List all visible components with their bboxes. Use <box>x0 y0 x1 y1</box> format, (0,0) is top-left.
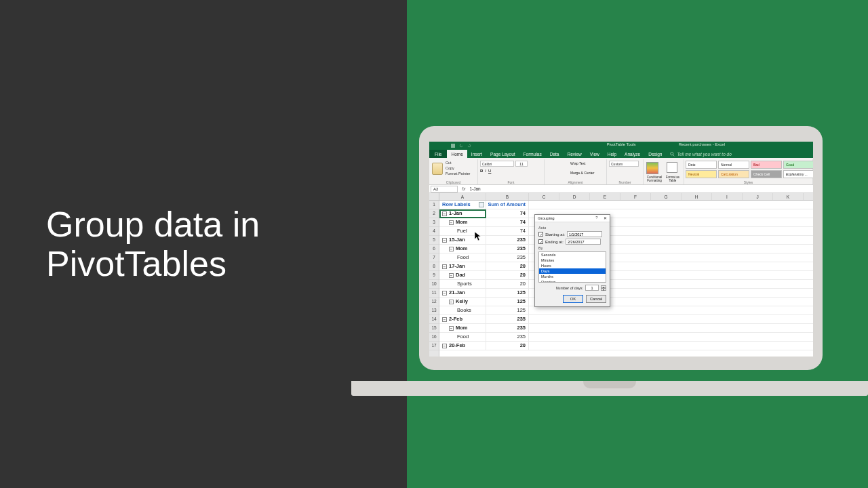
cell-a[interactable]: −20-Feb <box>439 342 486 350</box>
worksheet-grid[interactable]: ABCDEFGHIJK 1234567891011121314151617 Ro… <box>429 193 813 357</box>
redo-icon[interactable] <box>467 144 471 148</box>
cell-b[interactable]: 235 <box>486 253 529 262</box>
by-option-days[interactable]: Days <box>539 268 606 274</box>
font-name-select[interactable]: Calibri <box>480 161 514 167</box>
column-header-A[interactable]: A <box>439 193 486 200</box>
style-neutral[interactable]: Neutral <box>686 170 717 178</box>
cell-b[interactable]: 74 <box>486 209 529 218</box>
row-header[interactable]: 12 <box>429 298 439 306</box>
copy-button[interactable]: Copy <box>446 166 454 170</box>
cell-b[interactable]: 74 <box>486 227 529 235</box>
cell-a[interactable]: Fuel <box>439 227 486 235</box>
tab-help[interactable]: Help <box>604 150 620 158</box>
column-header-F[interactable]: F <box>620 193 651 200</box>
cell-b[interactable]: 235 <box>486 333 529 341</box>
by-option-seconds[interactable]: Seconds <box>539 252 606 258</box>
cell-a[interactable]: −Mom <box>439 218 486 226</box>
cell-b[interactable]: Sum of Amount <box>486 201 529 209</box>
name-box[interactable]: A2 <box>431 186 458 192</box>
tab-data[interactable]: Data <box>546 150 564 158</box>
row-header[interactable]: 2 <box>429 209 439 218</box>
starting-at-input[interactable] <box>567 231 602 237</box>
style-explanatory[interactable]: Explanatory ... <box>783 170 813 178</box>
dialog-close-button[interactable]: ✕ <box>601 216 608 221</box>
cell-b[interactable]: 20 <box>486 280 529 288</box>
ok-button[interactable]: OK <box>563 295 583 303</box>
column-header-J[interactable]: J <box>743 193 773 200</box>
cell-a[interactable]: −15-Jan <box>439 236 486 244</box>
column-header-B[interactable]: B <box>486 193 529 200</box>
cell-b[interactable]: 125 <box>486 306 529 314</box>
row-header[interactable]: 15 <box>429 324 439 333</box>
cell-b[interactable]: 74 <box>486 218 529 226</box>
format-painter-button[interactable]: Format Painter <box>446 171 470 176</box>
dialog-help-button[interactable]: ? <box>593 216 600 221</box>
style-date[interactable]: Date <box>686 161 717 169</box>
merge-center-button[interactable]: Merge & Center <box>570 171 594 175</box>
by-option-hours[interactable]: Hours <box>539 263 606 268</box>
underline-button[interactable]: U <box>488 169 491 173</box>
row-header[interactable]: 7 <box>429 253 439 262</box>
dialog-titlebar[interactable]: Grouping ? ✕ <box>535 215 610 222</box>
cell-a[interactable]: −Mom <box>439 245 486 253</box>
cell-b[interactable]: 20 <box>486 262 529 270</box>
cell-a[interactable]: −17-Jan <box>439 262 486 270</box>
wrap-text-button[interactable]: Wrap Text <box>570 161 585 165</box>
tab-view[interactable]: View <box>586 150 604 158</box>
format-as-table-icon[interactable] <box>667 162 677 173</box>
column-header-H[interactable]: H <box>682 193 712 200</box>
font-size-select[interactable]: 11 <box>515 161 528 167</box>
row-header[interactable]: 16 <box>429 333 439 342</box>
tab-analyze[interactable]: Analyze <box>620 150 644 158</box>
row-header[interactable]: 8 <box>429 262 439 271</box>
cell-b[interactable]: 125 <box>486 298 529 306</box>
cell-b[interactable]: 20 <box>486 271 529 279</box>
undo-icon[interactable] <box>459 144 463 148</box>
by-option-months[interactable]: Months <box>539 274 606 279</box>
tab-page-layout[interactable]: Page Layout <box>486 150 519 158</box>
row-header[interactable]: 1 <box>429 201 439 209</box>
cell-b[interactable]: 235 <box>486 324 529 332</box>
tell-me-search[interactable]: Tell me what you want to do <box>666 150 735 158</box>
cell-a[interactable]: −Mom <box>439 324 486 332</box>
cell-b[interactable]: 235 <box>486 315 529 323</box>
bold-button[interactable]: B <box>480 169 483 173</box>
paste-icon[interactable] <box>432 163 443 175</box>
row-header[interactable]: 17 <box>429 342 439 350</box>
cell-a[interactable]: Food <box>439 253 486 262</box>
cell-a[interactable]: −21-Jan <box>439 289 486 297</box>
by-option-quarters[interactable]: Quarters <box>539 279 606 283</box>
tab-review[interactable]: Review <box>563 150 585 158</box>
column-header-D[interactable]: D <box>559 193 590 200</box>
column-header-G[interactable]: G <box>651 193 682 200</box>
row-header[interactable]: 11 <box>429 289 439 298</box>
column-header-K[interactable]: K <box>773 193 804 200</box>
ending-at-checkbox[interactable]: ✓ <box>538 239 543 244</box>
filter-dropdown-icon[interactable] <box>479 202 484 207</box>
formula-bar[interactable]: 1-Jan <box>469 186 813 191</box>
starting-at-checkbox[interactable]: ✓ <box>538 232 543 237</box>
row-header[interactable]: 10 <box>429 280 439 289</box>
cell-a[interactable]: Books <box>439 306 486 314</box>
tab-formulas[interactable]: Formulas <box>519 150 546 158</box>
save-icon[interactable] <box>451 144 455 148</box>
number-format-select[interactable]: Custom <box>609 161 639 167</box>
fx-icon[interactable]: fx <box>462 186 465 191</box>
row-header[interactable]: 5 <box>429 236 439 245</box>
cell-b[interactable]: 125 <box>486 289 529 297</box>
by-option-minutes[interactable]: Minutes <box>539 258 606 263</box>
cell-a[interactable]: −Kelly <box>439 298 486 306</box>
row-header[interactable]: 14 <box>429 315 439 324</box>
conditional-formatting-icon[interactable] <box>646 162 658 174</box>
cell-a[interactable]: Row Labels <box>439 201 486 209</box>
cell-a[interactable]: −1-Jan <box>439 209 486 218</box>
cell-a[interactable]: Food <box>439 333 486 341</box>
cells-area[interactable]: Row LabelsSum of Amount−1-Jan74−Mom74Fue… <box>439 201 813 357</box>
italic-button[interactable]: I <box>485 169 486 173</box>
column-header-C[interactable]: C <box>529 193 559 200</box>
cell-a[interactable]: Sports <box>439 280 486 288</box>
row-header[interactable]: 6 <box>429 245 439 253</box>
style-check-cell[interactable]: Check Cell <box>751 170 782 178</box>
row-header[interactable]: 13 <box>429 306 439 315</box>
style-good[interactable]: Good <box>783 161 813 169</box>
